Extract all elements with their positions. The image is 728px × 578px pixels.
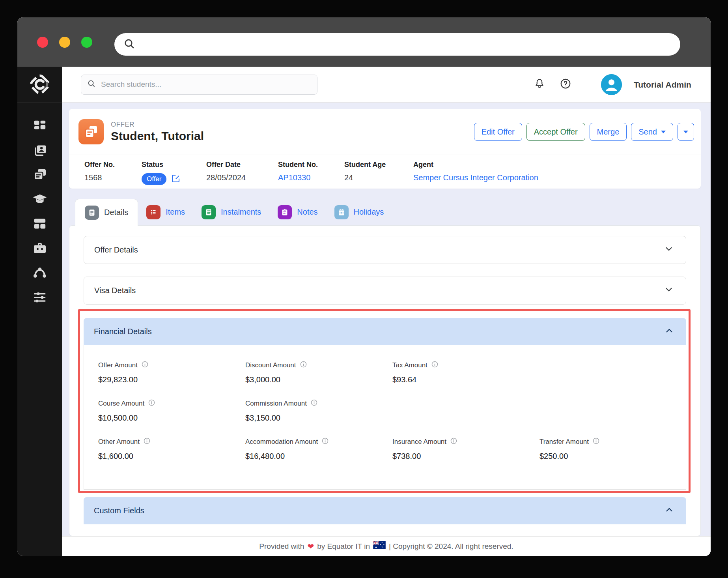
- info-icon[interactable]: [322, 438, 329, 446]
- layout-icon: [32, 216, 48, 233]
- tab-items[interactable]: Items: [138, 199, 193, 225]
- offer-header-card: OFFER Student, Tutorial Edit Offer Accep…: [69, 109, 701, 189]
- tab-label: Instalments: [221, 208, 261, 217]
- student-number-field: Student No. AP10330: [278, 161, 344, 185]
- offer-type-icon: [78, 119, 104, 144]
- sidebar-item-settings[interactable]: [17, 286, 62, 310]
- offer-info-row: Offer No. 1568 Status Offer Offer Date: [69, 155, 701, 185]
- help-icon[interactable]: [560, 78, 571, 91]
- agent-link[interactable]: Semper Cursus Integer Corporation: [413, 173, 538, 182]
- footer-text: | Copyright © 2024. All right reserved.: [389, 542, 513, 551]
- chevron-down-icon: [683, 131, 688, 133]
- student-age-field: Student Age 24: [344, 161, 413, 185]
- address-bar[interactable]: [114, 33, 680, 56]
- window-controls: [37, 37, 92, 48]
- status-badge: Offer: [142, 173, 166, 185]
- sidebar-item-agents[interactable]: [17, 261, 62, 286]
- notifications-bell-icon[interactable]: [534, 78, 545, 91]
- edit-status-icon[interactable]: [171, 174, 181, 185]
- avatar[interactable]: [601, 74, 622, 95]
- offer-kicker: OFFER: [111, 121, 204, 129]
- merge-button[interactable]: Merge: [590, 123, 627, 141]
- tab-label: Notes: [297, 208, 317, 217]
- custom-fields-section-header[interactable]: Custom Fields: [84, 497, 686, 524]
- details-tab-content: Offer Details Visa Details Financial Det…: [69, 225, 701, 536]
- visa-details-section-header[interactable]: Visa Details: [84, 277, 686, 305]
- graduation-cap-icon: [32, 191, 48, 209]
- tab-bar: Details Items Instalments Notes: [75, 199, 711, 225]
- tab-details[interactable]: Details: [75, 199, 138, 226]
- insurance-amount-field: Insurance Amount $738.00: [392, 438, 539, 461]
- footer-text: by Equator IT in: [317, 542, 370, 551]
- sidebar-item-pages[interactable]: [17, 212, 62, 237]
- custom-fields-section: Custom Fields: [84, 497, 686, 524]
- holidays-tab-icon: [334, 205, 349, 219]
- notes-tab-icon: [278, 205, 292, 219]
- dashboard-icon: [32, 118, 48, 135]
- items-tab-icon: [146, 205, 161, 219]
- sidebar-item-courses[interactable]: [17, 188, 62, 212]
- tab-instalments[interactable]: Instalments: [193, 199, 269, 225]
- app-logo[interactable]: [17, 67, 62, 103]
- chevron-down-icon: [664, 244, 674, 256]
- close-window-button[interactable]: [37, 37, 48, 48]
- main-area: OFFER Student, Tutorial Edit Offer Accep…: [62, 103, 711, 536]
- sidebar: [17, 67, 62, 556]
- students-icon: [32, 142, 48, 160]
- heart-icon: ❤: [307, 542, 314, 551]
- offer-details-section-header[interactable]: Offer Details: [84, 236, 686, 264]
- browser-window: Tutorial Admin OFFER Student, Tutorial: [17, 17, 711, 556]
- sidebar-item-jobs[interactable]: [17, 237, 62, 261]
- sliders-icon: [32, 289, 48, 307]
- tab-label: Holidays: [354, 208, 384, 217]
- search-input[interactable]: [101, 80, 312, 89]
- other-amount-field: Other Amount $1,600.00: [98, 438, 245, 461]
- info-icon[interactable]: [148, 399, 155, 408]
- offer-date-field: Offer Date 28/05/2024: [206, 161, 278, 185]
- student-search[interactable]: [81, 75, 317, 95]
- footer-text: Provided with: [259, 542, 304, 551]
- tax-amount-field: Tax Amount $93.64: [392, 361, 539, 384]
- section-title: Visa Details: [94, 286, 136, 295]
- info-icon[interactable]: [300, 361, 307, 370]
- more-actions-button[interactable]: [678, 123, 694, 141]
- address-bar-search-icon: [123, 37, 136, 52]
- financial-details-section-header[interactable]: Financial Details: [84, 318, 686, 345]
- financial-details-body: Offer Amount $29,823.00 Discount Amount …: [84, 345, 686, 490]
- chevron-down-icon: [661, 131, 666, 133]
- accommodation-amount-field: Accommodation Amount $16,480.00: [245, 438, 392, 461]
- instalments-tab-icon: [202, 205, 216, 219]
- app-header: Tutorial Admin: [62, 67, 711, 103]
- tab-label: Items: [166, 208, 185, 217]
- student-number-link[interactable]: AP10330: [278, 173, 310, 182]
- course-amount-field: Course Amount $10,500.00: [98, 399, 245, 423]
- browser-chrome: [17, 17, 711, 67]
- user-name[interactable]: Tutorial Admin: [634, 67, 691, 103]
- search-icon: [87, 79, 96, 90]
- info-icon[interactable]: [593, 438, 599, 446]
- offers-icon: [32, 167, 48, 184]
- info-icon[interactable]: [450, 438, 457, 446]
- tab-holidays[interactable]: Holidays: [326, 199, 392, 225]
- tab-notes[interactable]: Notes: [269, 199, 326, 225]
- info-icon[interactable]: [431, 361, 438, 370]
- briefcase-icon: [32, 240, 48, 258]
- sidebar-item-students[interactable]: [17, 139, 62, 163]
- header-divider: [587, 67, 587, 102]
- sidebar-item-dashboard[interactable]: [17, 114, 62, 139]
- sidebar-item-offers[interactable]: [17, 163, 62, 188]
- network-icon: [32, 265, 48, 282]
- section-title: Offer Details: [94, 245, 138, 254]
- info-icon[interactable]: [144, 438, 150, 446]
- edit-offer-button[interactable]: Edit Offer: [474, 123, 522, 141]
- minimize-window-button[interactable]: [59, 37, 70, 48]
- chevron-up-icon: [664, 325, 674, 338]
- status-field: Status Offer: [142, 161, 206, 185]
- section-title: Custom Fields: [94, 506, 144, 515]
- accept-offer-button[interactable]: Accept Offer: [526, 123, 585, 141]
- send-button[interactable]: Send: [631, 123, 673, 141]
- info-icon[interactable]: [142, 361, 148, 370]
- info-icon[interactable]: [311, 399, 317, 408]
- agent-field: Agent Semper Cursus Integer Corporation: [413, 161, 538, 185]
- maximize-window-button[interactable]: [81, 37, 92, 48]
